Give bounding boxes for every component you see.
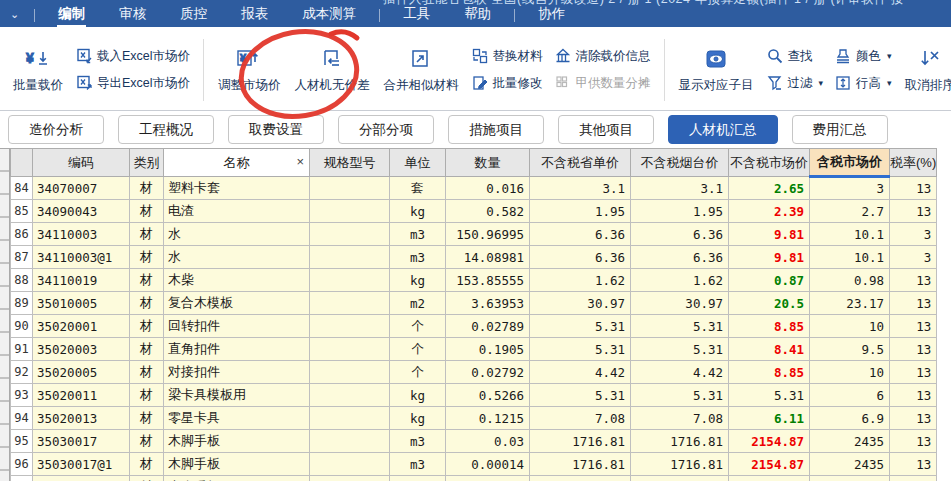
cell-unit[interactable]: kg	[390, 269, 446, 292]
cell-name[interactable]: 木柴	[164, 269, 310, 292]
cell-rate[interactable]: 13	[890, 361, 937, 384]
cell-qty[interactable]: 0.02792	[446, 361, 530, 384]
header-tax-rate[interactable]: 税率(%)	[890, 149, 937, 177]
cell-taxed[interactable]: 9.5	[810, 338, 890, 361]
cell-prov[interactable]: 5.31	[530, 384, 631, 407]
cell-yantai[interactable]: 3.1	[631, 177, 729, 200]
cell-num[interactable]: 86	[11, 223, 33, 246]
cell-taxed[interactable]: 0.98	[810, 269, 890, 292]
cell-spec[interactable]	[310, 315, 390, 338]
ribbon-tab[interactable]: 协作	[521, 2, 582, 27]
header-yantai-price[interactable]: 不含税烟台价	[631, 149, 729, 177]
cell-yantai[interactable]: 6.36	[631, 246, 729, 269]
cell-rate[interactable]: 13	[890, 269, 937, 292]
cell-qty[interactable]: 0.03	[446, 430, 530, 453]
cell-market[interactable]: 2.39	[729, 200, 810, 223]
cell-cat[interactable]: 材	[130, 430, 164, 453]
cell-unit[interactable]: m3	[390, 223, 446, 246]
batch-load-price-button[interactable]: ¥ 批量载价	[6, 44, 70, 96]
ribbon-collapse-icon[interactable]: ⌄	[0, 8, 28, 23]
cell-spec[interactable]	[310, 407, 390, 430]
cell-rate[interactable]: 13	[890, 315, 937, 338]
replace-material-button[interactable]: 替换材料	[472, 46, 543, 66]
page-tab[interactable]: 分部分项	[338, 115, 434, 144]
cell-num[interactable]	[11, 476, 33, 481]
row-height-button[interactable]: 行高 ▾	[835, 73, 892, 93]
cell-spec[interactable]	[310, 476, 390, 481]
cell-rate[interactable]: 13	[890, 453, 937, 476]
header-province-price[interactable]: 不含税省单价	[530, 149, 631, 177]
cell-spec[interactable]	[310, 223, 390, 246]
cell-spec[interactable]	[310, 430, 390, 453]
cell-yantai[interactable]	[631, 476, 729, 481]
cell-unit[interactable]: m3	[390, 246, 446, 269]
left-splitter[interactable]	[0, 148, 10, 481]
table-row[interactable]: 8534090043材电渣kg0.5821.951.952.392.713	[11, 200, 937, 223]
table-row[interactable]: 8935010005材复合木模板m23.6395330.9730.9720.52…	[11, 292, 937, 315]
page-tab[interactable]: 其他项目	[558, 115, 654, 144]
labor-material-no-price-diff-button[interactable]: 人材机无价差	[288, 44, 377, 96]
cell-num[interactable]: 88	[11, 269, 33, 292]
cell-prov[interactable]: 6.36	[530, 246, 631, 269]
filter-button[interactable]: 过滤 ▾	[767, 73, 824, 93]
cell-cat[interactable]: 材	[130, 476, 164, 481]
cell-unit[interactable]: 套	[390, 177, 446, 200]
cell-name[interactable]: 塑料卡套	[164, 177, 310, 200]
table-row[interactable]: 8834110019材木柴kg153.855551.621.620.870.98…	[11, 269, 937, 292]
cell-num[interactable]: 95	[11, 430, 33, 453]
find-button[interactable]: 查找	[767, 46, 824, 66]
page-tab[interactable]: 费用汇总	[792, 115, 888, 144]
cell-qty[interactable]: 0.1905	[446, 338, 530, 361]
cell-market[interactable]: 2154.87	[729, 430, 810, 453]
color-button[interactable]: 颜色 ▾	[835, 46, 892, 66]
cell-taxed[interactable]: 2435	[810, 430, 890, 453]
cell-rate[interactable]: 3	[890, 223, 937, 246]
header-unit[interactable]: 单位	[390, 149, 446, 177]
cell-rate[interactable]	[890, 476, 937, 481]
cell-prov[interactable]: 3.1	[530, 177, 631, 200]
cell-taxed[interactable]: 2435	[810, 453, 890, 476]
cell-market[interactable]	[729, 476, 810, 481]
cell-unit[interactable]: kg	[390, 384, 446, 407]
ribbon-tab[interactable]: 审核	[102, 2, 163, 27]
cell-cat[interactable]: 材	[130, 269, 164, 292]
cell-rate[interactable]: 13	[890, 200, 937, 223]
cell-yantai[interactable]: 5.31	[631, 384, 729, 407]
table-row[interactable]: 9335020011材梁卡具模板用kg0.52665.315.315.31613	[11, 384, 937, 407]
cell-num[interactable]: 84	[11, 177, 33, 200]
cell-qty[interactable]: 0.02789	[446, 315, 530, 338]
cell-spec[interactable]	[310, 361, 390, 384]
cell-spec[interactable]	[310, 338, 390, 361]
cell-prov[interactable]: 6.36	[530, 223, 631, 246]
cell-unit[interactable]: m3	[390, 453, 446, 476]
cell-spec[interactable]	[310, 292, 390, 315]
cell-cat[interactable]: 材	[130, 384, 164, 407]
cell-code[interactable]: 34070007	[33, 177, 130, 200]
cell-prov[interactable]: 1716.81	[530, 430, 631, 453]
page-tab[interactable]: 造价分析	[8, 115, 104, 144]
cell-code[interactable]	[33, 476, 130, 481]
cell-yantai[interactable]: 5.31	[631, 315, 729, 338]
cell-market[interactable]: 9.81	[729, 223, 810, 246]
cell-code[interactable]: 35030017@1	[33, 453, 130, 476]
ribbon-tab[interactable]: 编制	[41, 2, 102, 27]
table-row[interactable]: 材木脚手架	[11, 476, 937, 481]
cell-spec[interactable]	[310, 453, 390, 476]
cell-unit[interactable]: kg	[390, 407, 446, 430]
cell-unit[interactable]: 个	[390, 315, 446, 338]
cell-yantai[interactable]: 7.08	[631, 407, 729, 430]
cell-name[interactable]: 直角扣件	[164, 338, 310, 361]
cell-num[interactable]: 91	[11, 338, 33, 361]
merge-similar-materials-button[interactable]: 合并相似材料	[377, 44, 466, 96]
cell-name[interactable]: 梁卡具模板用	[164, 384, 310, 407]
cell-cat[interactable]: 材	[130, 246, 164, 269]
cell-rate[interactable]: 13	[890, 384, 937, 407]
cell-rate[interactable]: 3	[890, 246, 937, 269]
cell-code[interactable]: 34110003	[33, 223, 130, 246]
cell-prov[interactable]: 4.42	[530, 361, 631, 384]
cell-num[interactable]: 89	[11, 292, 33, 315]
cell-name[interactable]: 回转扣件	[164, 315, 310, 338]
cell-unit[interactable]: m3	[390, 430, 446, 453]
cell-cat[interactable]: 材	[130, 361, 164, 384]
cell-qty[interactable]: 150.96995	[446, 223, 530, 246]
